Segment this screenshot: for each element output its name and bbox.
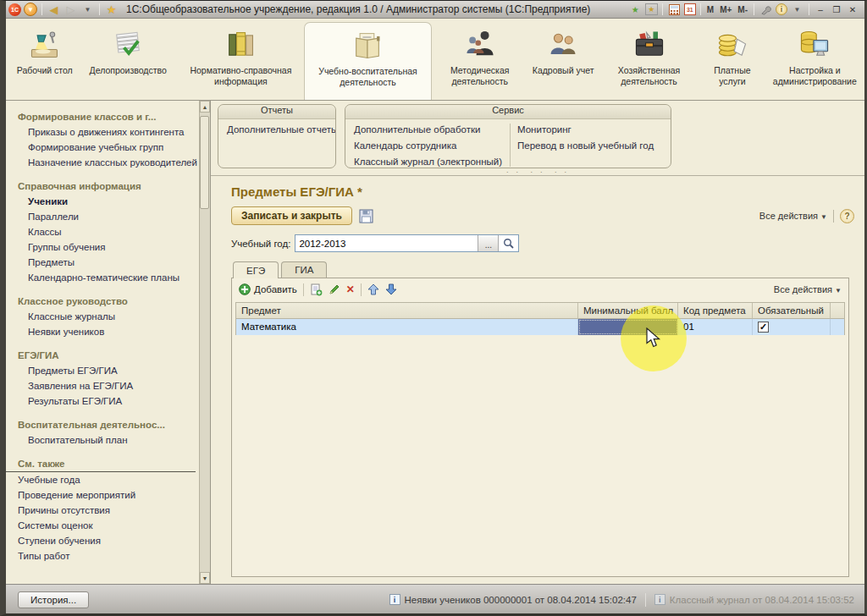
tab-ege[interactable]: ЕГЭ bbox=[233, 261, 279, 278]
back-icon[interactable]: ◀ bbox=[47, 3, 61, 16]
table-header-row: ПредметМинимальный баллКод предметаОбяза… bbox=[236, 303, 844, 319]
sidebar-item[interactable]: Результаты ЕГЭ/ГИА bbox=[6, 393, 199, 409]
sidebar-item[interactable]: Календарно-тематические планы bbox=[6, 270, 199, 285]
ribbon-section-methodical[interactable]: Методическая деятельность bbox=[432, 22, 527, 100]
command-link[interactable]: Дополнительные обработки bbox=[354, 122, 503, 138]
history-button[interactable]: История... bbox=[18, 591, 89, 608]
sidebar-item[interactable]: Классные журналы bbox=[6, 309, 199, 324]
column-header[interactable]: Минимальный балл bbox=[578, 303, 678, 319]
copy-item-icon[interactable] bbox=[310, 283, 323, 296]
column-header[interactable]: Обязательный bbox=[753, 303, 831, 319]
required-checkbox[interactable]: ✓ bbox=[758, 322, 769, 333]
move-up-icon[interactable] bbox=[367, 283, 379, 295]
scroll-down-icon[interactable]: ▼ bbox=[200, 572, 210, 584]
sidebar-item[interactable]: Воспитательный план bbox=[6, 432, 199, 448]
separator bbox=[754, 3, 754, 15]
sidebar-item[interactable]: Формирование учебных групп bbox=[6, 140, 199, 155]
sidebar-item[interactable]: Системы оценок bbox=[6, 518, 199, 533]
all-actions-button[interactable]: Все действия ▼ bbox=[759, 211, 827, 221]
favorites-star-icon[interactable]: ★ bbox=[104, 3, 119, 16]
sidebar-item[interactable]: Учебные года bbox=[6, 472, 199, 487]
subject-cell[interactable]: Математика bbox=[236, 319, 578, 335]
memory-m-button[interactable]: M bbox=[705, 5, 715, 14]
reports-panel: Отчеты Дополнительные отчеты bbox=[218, 104, 336, 168]
command-link[interactable]: Календарь сотрудника bbox=[354, 138, 503, 154]
ribbon-section-desktop[interactable]: Рабочий стол bbox=[11, 22, 79, 100]
year-input[interactable] bbox=[295, 235, 478, 251]
tab-gia[interactable]: ГИА bbox=[281, 261, 327, 278]
search-icon[interactable] bbox=[498, 235, 518, 251]
memory-m-plus-button[interactable]: M+ bbox=[718, 5, 733, 14]
add-button[interactable]: Добавить bbox=[239, 283, 297, 295]
calculator-icon[interactable] bbox=[667, 3, 682, 16]
history-dropdown-icon[interactable]: ▼ bbox=[80, 3, 95, 16]
sidebar-item[interactable]: Параллели bbox=[6, 209, 199, 224]
close-button[interactable]: ✕ bbox=[846, 3, 859, 15]
info-icon[interactable]: i bbox=[776, 3, 787, 15]
memory-m-minus-button[interactable]: M- bbox=[736, 5, 749, 14]
sidebar-item[interactable]: Предметы ЕГЭ/ГИА bbox=[6, 363, 199, 378]
sidebar-scrollbar[interactable]: ▲ ▼ bbox=[199, 101, 210, 584]
sidebar-item[interactable]: Назначение классных руководителей bbox=[6, 155, 199, 170]
main-menu-icon[interactable]: ▼ bbox=[24, 3, 37, 16]
required-cell[interactable]: ✓ bbox=[753, 319, 831, 335]
sidebar-item[interactable]: Приказы о движениях контингента bbox=[6, 124, 199, 140]
min-score-cell-selected[interactable] bbox=[578, 319, 678, 335]
splitter-grip[interactable]: · · · · · · bbox=[211, 168, 864, 175]
ribbon-section-label: Методическая деятельность bbox=[435, 65, 524, 86]
status-message-text: Неявки учеников 000000001 от 08.04.2014 … bbox=[405, 595, 637, 605]
ribbon-section-records[interactable]: Делопроизводство bbox=[79, 22, 178, 100]
column-header[interactable]: Код предмета bbox=[678, 303, 753, 319]
scroll-up-icon[interactable]: ▲ bbox=[200, 101, 210, 113]
command-link[interactable]: Дополнительные отчеты bbox=[227, 122, 335, 138]
ribbon-section-household[interactable]: Хозяйственная деятельность bbox=[599, 22, 699, 100]
add-favorite-icon[interactable]: ★ bbox=[628, 3, 643, 16]
save-icon[interactable] bbox=[359, 209, 373, 223]
educational-icon bbox=[349, 28, 386, 63]
sidebar-item[interactable]: Предметы bbox=[6, 255, 199, 270]
command-link[interactable]: Мониторинг bbox=[517, 122, 654, 138]
separator bbox=[700, 3, 701, 15]
sidebar-item[interactable]: Ступени обучения bbox=[6, 533, 199, 548]
ribbon-section-hr[interactable]: Кадровый учет bbox=[527, 22, 599, 100]
sidebar-item[interactable]: Проведение мероприятий bbox=[6, 487, 199, 503]
sidebar-item[interactable]: Неявки учеников bbox=[6, 324, 199, 339]
subject-code-cell[interactable]: 01 bbox=[678, 319, 753, 335]
scroll-track[interactable] bbox=[200, 113, 210, 572]
command-link[interactable]: Классный журнал (электронный) bbox=[354, 154, 503, 168]
records-icon bbox=[109, 27, 146, 63]
move-down-icon[interactable] bbox=[385, 283, 397, 295]
table-row[interactable]: Математика 01 ✓ bbox=[236, 319, 844, 335]
sidebar-item[interactable]: Классы bbox=[6, 224, 199, 239]
chevron-down-icon[interactable]: ▼ bbox=[790, 3, 804, 16]
minimize-button[interactable]: – bbox=[814, 3, 827, 15]
save-and-close-button[interactable]: Записать и закрыть bbox=[231, 206, 352, 225]
hr-icon bbox=[544, 27, 582, 63]
column-header[interactable]: Предмет bbox=[236, 303, 578, 319]
sidebar-item[interactable]: Группы обучения bbox=[6, 239, 199, 255]
delete-icon[interactable]: ✕ bbox=[346, 283, 355, 295]
ribbon-section-reference[interactable]: Нормативно-справочная информация bbox=[178, 22, 304, 100]
reports-panel-title: Отчеты bbox=[218, 105, 335, 119]
sidebar-item[interactable]: Заявления на ЕГЭ/ГИА bbox=[6, 378, 199, 393]
service-wrench-icon[interactable] bbox=[759, 3, 773, 16]
ribbon-section-educational[interactable]: Учебно-воспитательная деятельность bbox=[304, 22, 432, 100]
ribbon: Рабочий столДелопроизводствоНормативно-с… bbox=[6, 19, 864, 101]
favorites-list-icon[interactable]: ★ bbox=[645, 3, 658, 15]
maximize-button[interactable]: ❐ bbox=[830, 3, 843, 15]
ribbon-section-admin[interactable]: Настройка и администрирование bbox=[765, 22, 864, 100]
help-button[interactable]: ? bbox=[840, 209, 854, 223]
ribbon-section-paid[interactable]: Платные услуги bbox=[699, 22, 765, 100]
calendar-icon[interactable]: 31 bbox=[684, 3, 696, 15]
choose-button[interactable]: ... bbox=[478, 235, 498, 251]
sidebar-item[interactable]: Причины отсутствия bbox=[6, 503, 199, 518]
sidebar-item[interactable]: Типы работ bbox=[6, 548, 199, 564]
forward-icon[interactable]: ▷ bbox=[64, 3, 78, 16]
separator bbox=[809, 3, 809, 15]
sidebar-item[interactable]: Ученики bbox=[6, 194, 199, 209]
scroll-thumb[interactable] bbox=[200, 116, 209, 209]
status-message: iКлассный журнал от 08.04.2014 15:03:52 bbox=[654, 594, 854, 605]
edit-pencil-icon[interactable] bbox=[329, 283, 340, 295]
command-link[interactable]: Перевод в новый учебный год bbox=[517, 138, 654, 154]
table-all-actions-button[interactable]: Все действия ▼ bbox=[774, 284, 842, 294]
